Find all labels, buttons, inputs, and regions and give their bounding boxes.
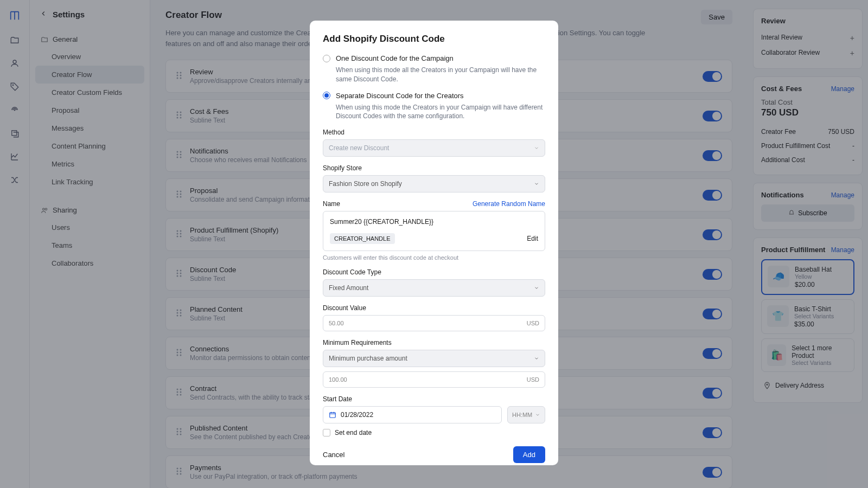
modal-title: Add Shopify Discount Code xyxy=(323,34,545,44)
modal-overlay: Add Shopify Discount Code One Discount C… xyxy=(0,0,868,488)
minreq-amount-input[interactable]: 100.00USD xyxy=(323,371,545,388)
discount-value-input[interactable]: 50.00USD xyxy=(323,315,545,331)
minreq-select[interactable]: Minimum purchase amount xyxy=(323,350,545,367)
chevron-down-icon xyxy=(534,145,539,151)
start-date-input[interactable]: 01/28/2022 xyxy=(323,406,502,423)
add-button[interactable]: Add xyxy=(513,446,545,463)
radio-one-code[interactable]: One Discount Code for the Campaign xyxy=(323,54,545,62)
chevron-down-icon xyxy=(534,356,539,361)
method-label: Method xyxy=(323,129,545,136)
name-hint: Customers will enter this discount code … xyxy=(323,254,545,261)
chevron-down-icon xyxy=(534,181,539,187)
dval-label: Discount Value xyxy=(323,304,545,312)
store-label: Shopify Store xyxy=(323,164,545,172)
svg-rect-73 xyxy=(330,413,336,418)
minreq-label: Minimum Requirements xyxy=(323,339,545,346)
discount-modal: Add Shopify Discount Code One Discount C… xyxy=(310,21,558,465)
radio-separate-code[interactable]: Separate Discount Code for the Creators xyxy=(323,92,545,100)
creator-handle-tag: CREATOR_HANDLE xyxy=(330,233,395,244)
type-label: Discount Code Type xyxy=(323,268,545,276)
chevron-down-icon xyxy=(535,412,540,418)
name-value: Summer20 {{CREATOR_HANDLE}} xyxy=(330,218,538,226)
name-input-box[interactable]: Summer20 {{CREATOR_HANDLE}} CREATOR_HAND… xyxy=(323,211,545,251)
generate-name-link[interactable]: Generate Random Name xyxy=(473,200,545,208)
calendar-icon xyxy=(329,411,336,419)
cancel-button[interactable]: Cancel xyxy=(323,451,344,459)
end-date-checkbox[interactable]: Set end date xyxy=(323,429,545,436)
type-select[interactable]: Fixed Amount xyxy=(323,279,545,297)
edit-link[interactable]: Edit xyxy=(527,235,538,242)
start-label: Start Date xyxy=(323,395,545,403)
name-label: Name xyxy=(323,200,340,208)
method-select[interactable]: Create new Discount xyxy=(323,139,545,157)
chevron-down-icon xyxy=(534,285,539,291)
store-select[interactable]: Fashion Store on Shopify xyxy=(323,175,545,192)
start-time-input[interactable]: HH:MM xyxy=(507,406,545,423)
